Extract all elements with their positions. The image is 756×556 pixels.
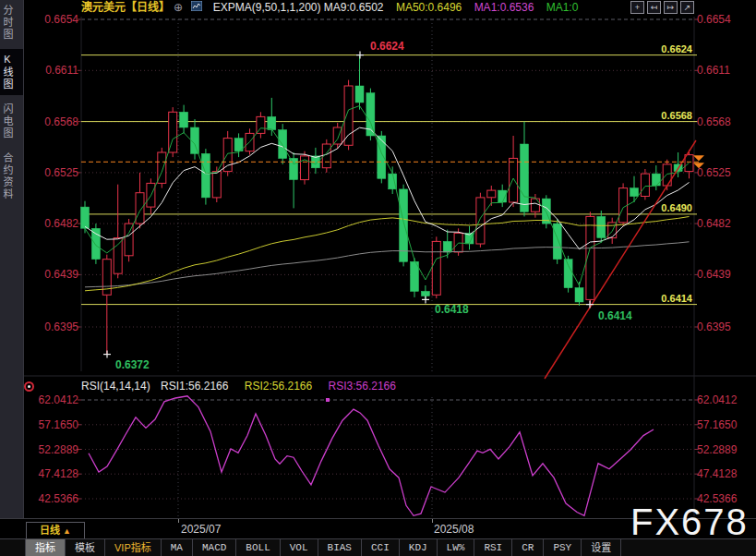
crosshair-icon[interactable]: +	[630, 1, 644, 14]
tab-设置[interactable]: 设置	[582, 539, 621, 556]
price-tick-left: 0.6525	[28, 166, 78, 179]
tab-MA[interactable]: MA	[162, 539, 193, 556]
rsi2-readout: RSI2:56.2166	[245, 380, 312, 393]
rsi3-readout: RSI3:56.2166	[329, 380, 396, 393]
rsi-tick-left: 42.5366	[28, 492, 78, 505]
svg-text:0.6372: 0.6372	[115, 358, 150, 371]
tab-RSI[interactable]: RSI	[474, 539, 512, 556]
exit-icon[interactable]: ↗	[680, 1, 694, 14]
ma1-readout: MA1:0.6536	[474, 1, 534, 14]
ma1b-readout: MA1:0	[546, 1, 579, 14]
price-tick-right: 0.6568	[697, 115, 752, 128]
tab-BOLL[interactable]: BOLL	[236, 539, 280, 556]
ma50-readout: MA50:0.6496	[396, 1, 462, 14]
right-price-axis: 0.66540.66110.65680.65250.64820.64390.63…	[697, 0, 752, 518]
tab-模板[interactable]: 模板	[66, 539, 105, 556]
tab-MACD[interactable]: MACD	[193, 539, 236, 556]
rsi-tick-right: 47.4128	[697, 467, 752, 480]
rsi-tick-right: 52.2889	[697, 443, 752, 456]
price-tick-left: 0.6439	[28, 268, 78, 281]
tab-CR[interactable]: CR	[512, 539, 544, 556]
sidebar-item-0[interactable]: 分时图	[0, 0, 23, 45]
sidebar-item-3[interactable]: 合约资料	[0, 148, 23, 205]
rsi-title: RSI(14,14,14)	[81, 380, 150, 393]
rsi-tick-right: 57.1650	[697, 418, 752, 431]
symbol-title: 澳元美元【日线】	[81, 1, 170, 14]
svg-text:0.6490: 0.6490	[661, 202, 692, 213]
rsi-tick-left: 57.1650	[28, 418, 78, 431]
price-tick-right: 0.6439	[697, 268, 752, 281]
rsi1-readout: RSI1:56.2166	[161, 380, 228, 393]
tab-BIAS[interactable]: BIAS	[318, 539, 362, 556]
pan-left-icon[interactable]: ↤	[647, 1, 661, 14]
svg-text:0.6568: 0.6568	[661, 110, 692, 121]
line-chart-icon	[191, 0, 202, 10]
tab-PSY[interactable]: PSY	[544, 539, 582, 556]
tab-指标[interactable]: 指标	[25, 539, 66, 556]
tab-LW%[interactable]: LW%	[438, 539, 475, 556]
add-icon[interactable]: ⊕	[174, 1, 183, 14]
left-price-axis: 0.66540.66110.65680.65250.64820.64390.63…	[28, 0, 78, 518]
rsi-tick-left: 62.0412	[28, 393, 78, 406]
period-selector[interactable]: 日线▲	[26, 522, 85, 539]
rsi-tick-left: 52.2889	[28, 443, 78, 456]
price-tick-left: 0.6611	[28, 64, 78, 77]
price-tick-left: 0.6568	[28, 115, 78, 128]
watermark: FX678	[630, 502, 749, 543]
price-tick-right: 0.6525	[697, 166, 752, 179]
indicator-readout: EXPMA(9,50,1,1,200) MA9:0.6502	[213, 1, 384, 14]
tab-VIP指标[interactable]: VIP指标	[105, 539, 162, 556]
svg-text:0.6624: 0.6624	[370, 40, 404, 53]
rsi-header: RSI(14,14,14) RSI1:56.2166 RSI2:56.2166 …	[81, 380, 396, 393]
trading-app: 0.66240.65680.64900.64140.63720.66240.64…	[0, 0, 756, 556]
price-tick-right: 0.6482	[697, 217, 752, 230]
svg-text:0.6624: 0.6624	[661, 43, 693, 54]
svg-text:0.6414: 0.6414	[661, 293, 693, 304]
price-tick-left: 0.6482	[28, 217, 78, 230]
svg-text:0.6418: 0.6418	[435, 303, 469, 316]
month-label: 2025/08	[434, 523, 474, 536]
triangle-up-icon: ▲	[63, 526, 71, 536]
tab-VOL[interactable]: VOL	[281, 539, 318, 556]
sidebar: 分时图K线图闪电图合约资料	[0, 0, 24, 518]
rsi-tick-right: 62.0412	[697, 393, 752, 406]
month-tick	[432, 519, 433, 523]
sidebar-item-2[interactable]: 闪电图	[0, 99, 23, 144]
month-label: 2025/07	[181, 523, 221, 536]
tab-KDJ[interactable]: KDJ	[400, 539, 438, 556]
indicator-alert-icon	[24, 381, 34, 392]
sidebar-item-1[interactable]: K线图	[0, 49, 23, 95]
svg-text:0.6414: 0.6414	[598, 309, 632, 322]
month-tick	[178, 519, 179, 523]
tab-CCI[interactable]: CCI	[362, 539, 400, 556]
chart-canvas[interactable]: 0.66240.65680.64900.64140.63720.66240.64…	[0, 0, 756, 556]
indicator-tab-bar: 指标模板VIP指标MAMACDBOLLVOLBIASCCIKDJLW%RSICR…	[0, 538, 756, 556]
price-tick-left: 0.6395	[28, 320, 78, 333]
rsi-tick-left: 47.4128	[28, 467, 78, 480]
price-tick-right: 0.6611	[697, 64, 752, 77]
chart-toolbar: + ↤ ↦ ↗	[630, 1, 694, 14]
period-label: 日线	[40, 525, 60, 536]
pan-right-icon[interactable]: ↦	[664, 1, 678, 14]
price-tick-right: 0.6395	[697, 320, 752, 333]
